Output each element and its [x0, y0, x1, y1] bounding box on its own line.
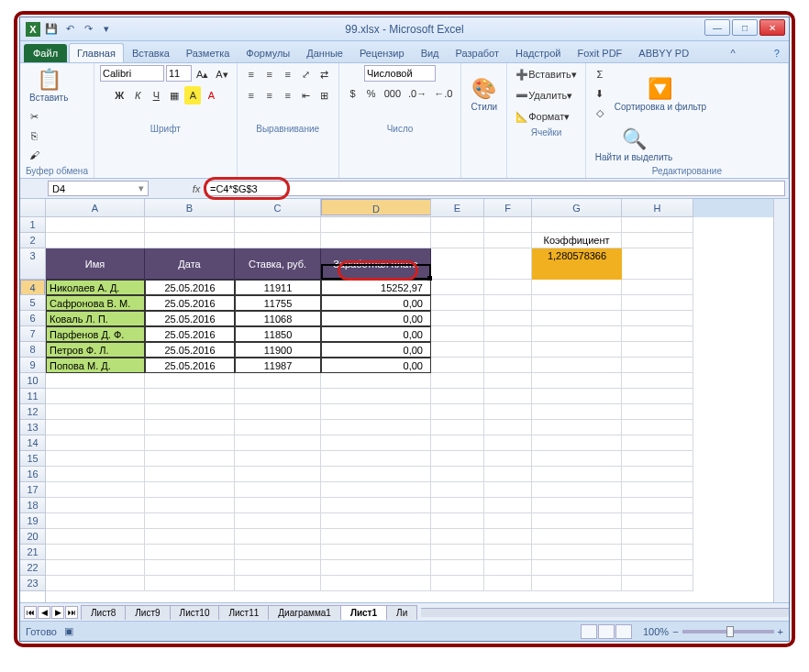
row-header-9[interactable]: 9	[20, 358, 45, 373]
tab-review[interactable]: Рецензир	[351, 43, 413, 62]
row-header-17[interactable]: 17	[20, 482, 45, 498]
increase-decimal-icon[interactable]: .0→	[405, 84, 429, 103]
row-header-19[interactable]: 19	[20, 513, 45, 529]
indent-decrease-icon[interactable]: ⇤	[298, 86, 315, 105]
fx-icon[interactable]: fx	[187, 183, 205, 194]
col-header-A[interactable]: A	[46, 199, 145, 216]
table-header-0[interactable]: Имя	[46, 248, 145, 280]
align-left-icon[interactable]: ≡	[243, 86, 260, 105]
name-cell-0[interactable]: Николаев А. Д.	[46, 280, 145, 295]
bold-button[interactable]: Ж	[111, 86, 127, 105]
cells-area[interactable]: КоэффициентИмяДатаСтавка, руб.Заработная…	[46, 217, 773, 602]
row-header-11[interactable]: 11	[20, 389, 45, 404]
date-cell-4[interactable]: 25.05.2016	[145, 342, 235, 358]
page-break-view-icon[interactable]	[615, 624, 632, 639]
tab-data[interactable]: Данные	[298, 43, 351, 62]
copy-icon[interactable]: ⎘	[26, 127, 42, 145]
coef-value-cell[interactable]: 1,280578366	[532, 248, 622, 280]
row-header-7[interactable]: 7	[20, 326, 45, 342]
row-header-22[interactable]: 22	[20, 560, 45, 576]
row-header-5[interactable]: 5	[20, 295, 45, 311]
align-middle-icon[interactable]: ≡	[261, 65, 278, 83]
name-cell-1[interactable]: Сафронова В. М.	[46, 295, 145, 311]
tab-home[interactable]: Главная	[69, 43, 124, 62]
salary-cell-3[interactable]: 0,00	[321, 326, 431, 342]
row-header-20[interactable]: 20	[20, 529, 45, 545]
name-cell-3[interactable]: Парфенов Д. Ф.	[46, 326, 145, 342]
row-header-3[interactable]: 3	[20, 248, 45, 280]
minimize-button[interactable]: —	[704, 19, 730, 36]
row-header-13[interactable]: 13	[20, 420, 45, 435]
tab-view[interactable]: Вид	[413, 43, 448, 62]
row-header-8[interactable]: 8	[20, 342, 45, 358]
save-icon[interactable]: 💾	[44, 22, 59, 37]
salary-cell-0[interactable]: 15252,97	[321, 280, 431, 295]
col-header-D[interactable]: D	[321, 199, 431, 215]
date-cell-0[interactable]: 25.05.2016	[145, 280, 235, 295]
merge-icon[interactable]: ⊞	[316, 86, 333, 105]
row-header-4[interactable]: 4	[20, 280, 45, 295]
date-cell-3[interactable]: 25.05.2016	[145, 326, 235, 342]
currency-icon[interactable]: $	[345, 84, 361, 103]
redo-icon[interactable]: ↷	[81, 22, 95, 37]
sheet-tab-Диаграмма1[interactable]: Диаграмма1	[268, 605, 341, 620]
sort-filter-button[interactable]: 🔽 Сортировка и фильтр	[611, 74, 710, 114]
decrease-decimal-icon[interactable]: ←.0	[431, 84, 455, 103]
row-header-1[interactable]: 1	[20, 217, 45, 233]
salary-cell-1[interactable]: 0,00	[321, 295, 431, 311]
date-cell-2[interactable]: 25.05.2016	[145, 311, 235, 326]
sheet-nav-first[interactable]: ⏮	[24, 606, 37, 619]
align-center-icon[interactable]: ≡	[261, 86, 278, 105]
italic-button[interactable]: К	[129, 86, 146, 105]
col-header-C[interactable]: C	[235, 199, 321, 216]
number-format-select[interactable]	[364, 65, 436, 82]
percent-icon[interactable]: %	[363, 84, 380, 103]
undo-icon[interactable]: ↶	[62, 22, 77, 37]
rate-cell-0[interactable]: 11911	[235, 280, 321, 295]
font-color-icon[interactable]: A	[203, 86, 219, 105]
col-header-H[interactable]: H	[622, 199, 693, 216]
sheet-tab-Лист9[interactable]: Лист9	[125, 605, 170, 620]
sheet-tab-Лист11[interactable]: Лист11	[218, 605, 269, 620]
formula-input[interactable]: =C4*$G$3	[205, 181, 785, 196]
font-name-select[interactable]	[100, 65, 164, 82]
row-header-23[interactable]: 23	[20, 576, 45, 591]
orientation-icon[interactable]: ⤢	[298, 65, 315, 83]
col-header-E[interactable]: E	[431, 199, 484, 216]
coef-label-cell[interactable]: Коэффициент	[532, 233, 622, 248]
shrink-font-icon[interactable]: A▾	[213, 65, 230, 83]
tab-foxit[interactable]: Foxit PDF	[569, 43, 630, 62]
col-header-G[interactable]: G	[532, 199, 622, 216]
table-header-2[interactable]: Ставка, руб.	[235, 248, 321, 280]
paste-button[interactable]: 📋 Вставить	[26, 65, 72, 105]
format-cells-button[interactable]: 📐 Формат ▾	[513, 107, 572, 126]
row-header-14[interactable]: 14	[20, 435, 45, 451]
tab-formulas[interactable]: Формулы	[238, 43, 298, 62]
page-layout-view-icon[interactable]	[598, 624, 615, 639]
name-cell-4[interactable]: Петров Ф. Л.	[46, 342, 145, 358]
row-header-10[interactable]: 10	[20, 373, 45, 389]
date-cell-5[interactable]: 25.05.2016	[145, 358, 235, 373]
date-cell-1[interactable]: 25.05.2016	[145, 295, 235, 311]
fill-color-icon[interactable]: A	[184, 86, 201, 105]
col-header-B[interactable]: B	[145, 199, 235, 216]
rate-cell-1[interactable]: 11755	[235, 295, 321, 311]
maximize-button[interactable]: □	[732, 19, 758, 36]
horizontal-scrollbar[interactable]	[421, 608, 789, 617]
qat-dropdown-icon[interactable]: ▾	[99, 22, 114, 37]
file-tab[interactable]: Файл	[24, 44, 67, 62]
sheet-nav-next[interactable]: ▶	[51, 606, 64, 619]
row-header-16[interactable]: 16	[20, 467, 45, 482]
zoom-slider[interactable]	[682, 630, 774, 633]
name-box[interactable]: D4▾	[48, 181, 149, 196]
styles-button[interactable]: 🎨 Стили	[467, 74, 501, 114]
zoom-out-button[interactable]: −	[672, 626, 678, 637]
wrap-text-icon[interactable]: ⇄	[316, 65, 333, 83]
help-icon[interactable]: ?	[769, 44, 785, 62]
clear-icon[interactable]: ◇	[592, 104, 608, 122]
sheet-nav-prev[interactable]: ◀	[38, 606, 50, 619]
name-cell-5[interactable]: Попова М. Д.	[46, 358, 145, 373]
salary-cell-4[interactable]: 0,00	[321, 342, 431, 358]
tab-layout[interactable]: Разметка	[178, 43, 238, 62]
underline-button[interactable]: Ч	[148, 86, 164, 105]
